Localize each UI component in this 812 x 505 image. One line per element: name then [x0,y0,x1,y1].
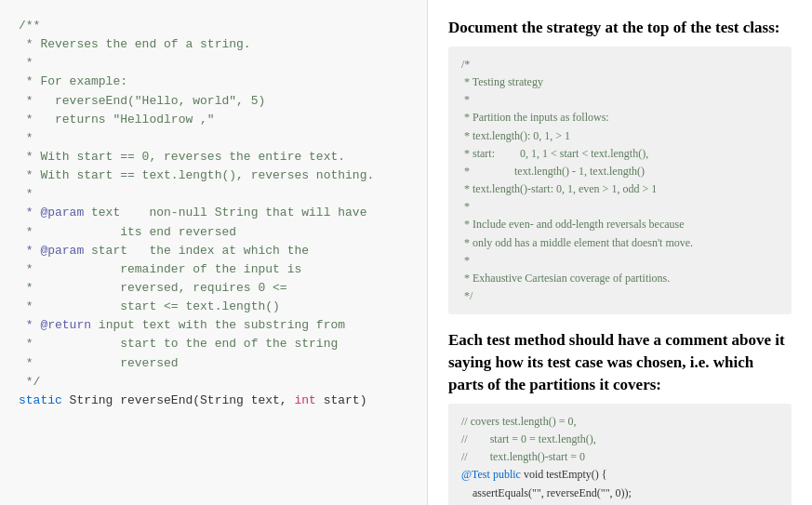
code-line: * Exhaustive Cartesian coverage of parti… [461,270,779,287]
code-line: * [19,185,408,204]
code-line: * [461,252,779,270]
code-line: * text.length(): 0, 1, > 1 [461,127,779,145]
code-line: static String reverseEnd(String text, in… [19,392,408,410]
code-line: * [19,54,408,73]
left-code-panel: /** * Reverses the end of a string. * * … [0,0,428,505]
code-line: * Include even- and odd-length reversals… [461,216,779,233]
code-line: * Testing strategy [461,73,779,91]
code-line: // start = 0 = text.length(), [461,431,779,448]
code-line: * For example: [19,73,408,91]
code-line: * With start == text.length(), reverses … [19,166,408,185]
code-line: * @return input text with the substring … [19,316,408,335]
code-line: * its end reversed [19,223,408,242]
code-line: * [19,129,408,148]
code-line: * only odd has a middle element that doe… [461,234,779,252]
code-line: * [461,198,779,216]
code-line: * reversed [19,354,408,373]
section-2: Each test method should have a comment a… [448,329,792,505]
code-line: * reverseEnd("Hello, world", 5) [19,92,408,111]
code-line: /* [461,56,779,73]
code-line: * text.length()-start: 0, 1, even > 1, o… [461,180,779,198]
code-line: * start to the end of the string [19,335,408,353]
code-line: * start <= text.length() [19,298,408,316]
section-1: Document the strategy at the top of the … [448,17,792,314]
code-line: @Test public void testEmpty() { [461,466,779,484]
code-line: // text.length()-start = 0 [461,448,779,466]
code-line: * Reverses the end of a string. [19,35,408,54]
code-line: /** [19,17,408,35]
section1-code-block: /* * Testing strategy * * Partition the … [448,47,792,315]
section2-code-block: // covers test.length() = 0,// start = 0… [448,404,792,505]
code-line: * @param text non-null String that will … [19,204,408,222]
section1-heading: Document the strategy at the top of the … [448,17,792,39]
code-line: assertEquals("", reverseEnd("", 0)); [461,485,779,502]
code-line: // covers test.length() = 0, [461,413,779,431]
code-line: * text.length() - 1, text.length() [461,163,779,180]
javadoc-code: /** * Reverses the end of a string. * * … [19,17,408,410]
code-line: * [461,91,779,109]
right-content-panel: Document the strategy at the top of the … [428,0,812,505]
code-line: * remainder of the input is [19,260,408,279]
code-line: */ [461,287,779,305]
code-line: * returns "Hellodlrow ," [19,111,408,129]
code-line: * Partition the inputs as follows: [461,109,779,126]
code-line: * start: 0, 1, 1 < start < text.length()… [461,145,779,163]
code-line: * @param start the index at which the [19,242,408,260]
code-line: * With start == 0, reverses the entire t… [19,148,408,166]
code-line: * reversed, requires 0 <= [19,279,408,298]
code-line: */ [19,373,408,392]
section2-heading: Each test method should have a comment a… [448,329,792,395]
